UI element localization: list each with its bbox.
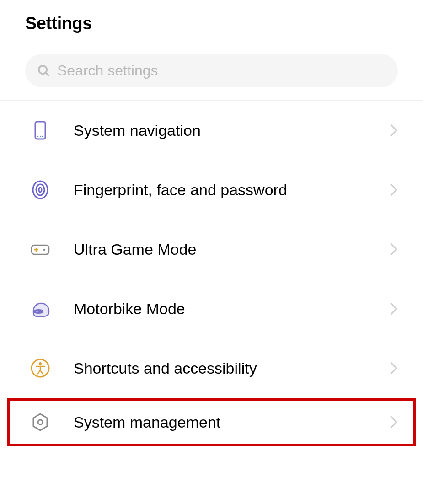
gear-hex-icon [30,412,51,433]
list-item-system-navigation[interactable]: System navigation [0,101,423,160]
helmet-icon [30,298,51,319]
svg-point-4 [40,136,41,137]
item-label: Fingerprint, face and password [74,181,367,199]
svg-point-15 [39,362,42,365]
item-label: Motorbike Mode [74,300,367,318]
chevron-right-icon [390,123,398,137]
accessibility-icon [30,358,51,379]
svg-point-13 [37,311,38,312]
page-title: Settings [0,0,423,33]
chevron-right-icon [390,302,398,316]
svg-point-8 [39,188,42,192]
item-label: System navigation [74,122,367,139]
settings-list: System navigation Fingerprint, face and … [0,101,423,446]
svg-point-12 [43,249,45,251]
svg-point-3 [37,136,38,137]
search-container [25,54,398,87]
item-label: System management [74,413,367,431]
svg-line-19 [40,370,43,374]
item-label: Shortcuts and accessibility [74,359,367,377]
svg-point-0 [39,65,47,74]
search-icon [37,64,51,78]
svg-line-1 [46,73,49,76]
list-item-ultra-game-mode[interactable]: Ultra Game Mode [0,220,423,279]
chevron-right-icon [390,361,398,375]
svg-point-7 [36,184,44,195]
list-item-system-management[interactable]: System management [7,398,416,446]
svg-point-21 [38,420,43,424]
gamepad-icon [30,239,51,260]
list-item-motorbike-mode[interactable]: Motorbike Mode [0,279,423,338]
svg-rect-9 [32,245,49,254]
chevron-right-icon [390,242,398,256]
phone-nav-icon [30,120,51,141]
list-item-shortcuts-accessibility[interactable]: Shortcuts and accessibility [0,338,423,398]
svg-line-18 [37,370,40,374]
search-bar[interactable] [25,54,398,87]
item-label: Ultra Game Mode [74,241,367,258]
chevron-right-icon [390,183,398,197]
search-input[interactable] [57,62,386,79]
chevron-right-icon [390,415,398,429]
fingerprint-icon [30,179,51,200]
svg-point-5 [42,136,43,137]
list-item-fingerprint[interactable]: Fingerprint, face and password [0,160,423,220]
svg-marker-20 [33,414,47,430]
